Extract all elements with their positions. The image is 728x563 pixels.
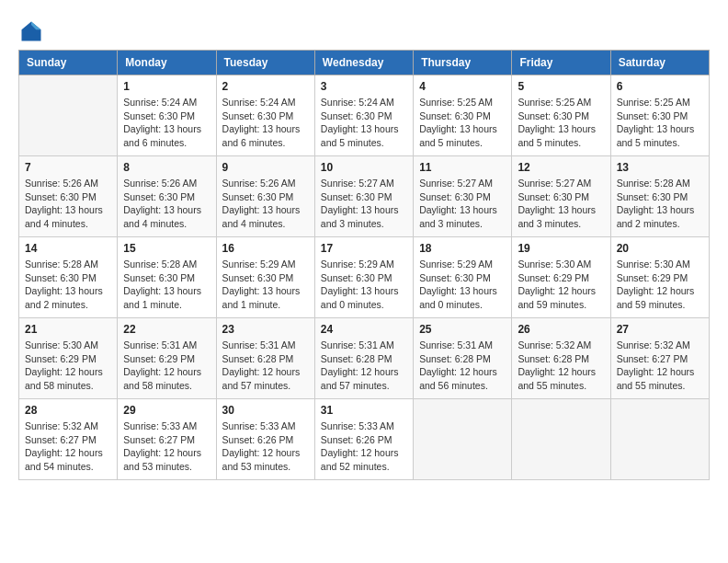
day-of-week-header: Monday [118,51,216,75]
day-number: 20 [617,242,703,255]
day-info: Sunrise: 5:26 AMSunset: 6:30 PMDaylight:… [222,177,309,231]
day-info: Sunrise: 5:29 AMSunset: 6:30 PMDaylight:… [321,258,407,312]
calendar-cell: 28Sunrise: 5:32 AMSunset: 6:27 PMDayligh… [19,399,118,480]
day-info: Sunrise: 5:30 AMSunset: 6:29 PMDaylight:… [518,258,604,312]
calendar-cell: 11Sunrise: 5:27 AMSunset: 6:30 PMDayligh… [414,156,512,237]
day-of-week-header: Thursday [414,51,512,75]
day-number: 18 [419,242,506,255]
calendar-cell: 24Sunrise: 5:31 AMSunset: 6:28 PMDayligh… [314,318,413,399]
calendar-cell: 23Sunrise: 5:31 AMSunset: 6:28 PMDayligh… [216,318,314,399]
calendar-cell: 1Sunrise: 5:24 AMSunset: 6:30 PMDaylight… [118,75,216,156]
day-number: 14 [25,242,111,255]
calendar-cell [512,399,610,480]
calendar-cell [19,75,118,156]
calendar-week-row: 1Sunrise: 5:24 AMSunset: 6:30 PMDaylight… [19,75,710,156]
calendar-week-row: 7Sunrise: 5:26 AMSunset: 6:30 PMDaylight… [19,156,710,237]
calendar-cell: 17Sunrise: 5:29 AMSunset: 6:30 PMDayligh… [314,237,413,318]
day-number: 24 [321,323,407,336]
day-info: Sunrise: 5:25 AMSunset: 6:30 PMDaylight:… [419,96,506,150]
day-number: 27 [617,323,703,336]
calendar-cell: 19Sunrise: 5:30 AMSunset: 6:29 PMDayligh… [512,237,610,318]
calendar-cell: 16Sunrise: 5:29 AMSunset: 6:30 PMDayligh… [216,237,314,318]
page-header [18,18,710,44]
day-number: 22 [123,323,210,336]
day-info: Sunrise: 5:31 AMSunset: 6:29 PMDaylight:… [123,339,210,393]
day-number: 4 [419,80,506,93]
logo [18,18,48,44]
calendar-cell: 13Sunrise: 5:28 AMSunset: 6:30 PMDayligh… [610,156,709,237]
calendar-cell: 29Sunrise: 5:33 AMSunset: 6:27 PMDayligh… [118,399,216,480]
calendar-cell: 3Sunrise: 5:24 AMSunset: 6:30 PMDaylight… [314,75,413,156]
calendar-cell: 30Sunrise: 5:33 AMSunset: 6:26 PMDayligh… [216,399,314,480]
day-number: 7 [25,161,111,174]
day-info: Sunrise: 5:30 AMSunset: 6:29 PMDaylight:… [25,339,111,393]
calendar-week-row: 14Sunrise: 5:28 AMSunset: 6:30 PMDayligh… [19,237,710,318]
day-number: 15 [123,242,210,255]
day-info: Sunrise: 5:28 AMSunset: 6:30 PMDaylight:… [617,177,703,231]
day-of-week-header: Tuesday [216,51,314,75]
day-info: Sunrise: 5:24 AMSunset: 6:30 PMDaylight:… [123,96,210,150]
header-row: SundayMondayTuesdayWednesdayThursdayFrid… [19,51,710,75]
day-number: 2 [222,80,309,93]
calendar-week-row: 21Sunrise: 5:30 AMSunset: 6:29 PMDayligh… [19,318,710,399]
calendar-cell: 5Sunrise: 5:25 AMSunset: 6:30 PMDaylight… [512,75,610,156]
day-number: 8 [123,161,210,174]
day-info: Sunrise: 5:31 AMSunset: 6:28 PMDaylight:… [419,339,506,393]
day-info: Sunrise: 5:24 AMSunset: 6:30 PMDaylight:… [222,96,309,150]
calendar-cell: 8Sunrise: 5:26 AMSunset: 6:30 PMDaylight… [118,156,216,237]
calendar-cell: 4Sunrise: 5:25 AMSunset: 6:30 PMDaylight… [414,75,512,156]
day-info: Sunrise: 5:31 AMSunset: 6:28 PMDaylight:… [222,339,309,393]
day-number: 30 [222,404,309,417]
day-info: Sunrise: 5:33 AMSunset: 6:26 PMDaylight:… [321,419,407,474]
day-info: Sunrise: 5:26 AMSunset: 6:30 PMDaylight:… [25,177,111,231]
day-number: 11 [419,161,506,174]
calendar-cell: 6Sunrise: 5:25 AMSunset: 6:30 PMDaylight… [610,75,709,156]
calendar-cell: 9Sunrise: 5:26 AMSunset: 6:30 PMDaylight… [216,156,314,237]
calendar-cell: 21Sunrise: 5:30 AMSunset: 6:29 PMDayligh… [19,318,118,399]
day-info: Sunrise: 5:27 AMSunset: 6:30 PMDaylight:… [419,177,506,231]
day-info: Sunrise: 5:28 AMSunset: 6:30 PMDaylight:… [123,258,210,312]
calendar-week-row: 28Sunrise: 5:32 AMSunset: 6:27 PMDayligh… [19,399,710,480]
day-number: 6 [617,80,703,93]
day-number: 13 [617,161,703,174]
day-info: Sunrise: 5:31 AMSunset: 6:28 PMDaylight:… [321,339,407,393]
day-number: 3 [321,80,407,93]
day-number: 19 [518,242,604,255]
calendar-cell: 12Sunrise: 5:27 AMSunset: 6:30 PMDayligh… [512,156,610,237]
day-info: Sunrise: 5:25 AMSunset: 6:30 PMDaylight:… [518,96,604,150]
day-info: Sunrise: 5:26 AMSunset: 6:30 PMDaylight:… [123,177,210,231]
day-info: Sunrise: 5:29 AMSunset: 6:30 PMDaylight:… [419,258,506,312]
day-number: 16 [222,242,309,255]
calendar-cell: 18Sunrise: 5:29 AMSunset: 6:30 PMDayligh… [414,237,512,318]
day-info: Sunrise: 5:29 AMSunset: 6:30 PMDaylight:… [222,258,309,312]
calendar-cell: 14Sunrise: 5:28 AMSunset: 6:30 PMDayligh… [19,237,118,318]
logo-icon [18,18,44,44]
calendar-cell: 22Sunrise: 5:31 AMSunset: 6:29 PMDayligh… [118,318,216,399]
day-number: 26 [518,323,604,336]
day-number: 17 [321,242,407,255]
day-info: Sunrise: 5:32 AMSunset: 6:28 PMDaylight:… [518,339,604,393]
day-info: Sunrise: 5:33 AMSunset: 6:27 PMDaylight:… [123,419,210,474]
day-info: Sunrise: 5:25 AMSunset: 6:30 PMDaylight:… [617,96,703,150]
calendar-cell: 2Sunrise: 5:24 AMSunset: 6:30 PMDaylight… [216,75,314,156]
day-of-week-header: Friday [512,51,610,75]
calendar-cell: 7Sunrise: 5:26 AMSunset: 6:30 PMDaylight… [19,156,118,237]
day-info: Sunrise: 5:27 AMSunset: 6:30 PMDaylight:… [321,177,407,231]
day-of-week-header: Sunday [19,51,118,75]
calendar-cell: 20Sunrise: 5:30 AMSunset: 6:29 PMDayligh… [610,237,709,318]
day-number: 29 [123,404,210,417]
day-number: 23 [222,323,309,336]
calendar-cell [414,399,512,480]
day-number: 31 [321,404,407,417]
day-number: 9 [222,161,309,174]
day-info: Sunrise: 5:33 AMSunset: 6:26 PMDaylight:… [222,419,309,474]
calendar-cell [610,399,709,480]
day-number: 25 [419,323,506,336]
day-of-week-header: Saturday [610,51,709,75]
calendar-cell: 31Sunrise: 5:33 AMSunset: 6:26 PMDayligh… [314,399,413,480]
day-number: 28 [25,404,111,417]
day-info: Sunrise: 5:32 AMSunset: 6:27 PMDaylight:… [617,339,703,393]
calendar-table: SundayMondayTuesdayWednesdayThursdayFrid… [18,50,710,480]
day-number: 5 [518,80,604,93]
calendar-cell: 15Sunrise: 5:28 AMSunset: 6:30 PMDayligh… [118,237,216,318]
